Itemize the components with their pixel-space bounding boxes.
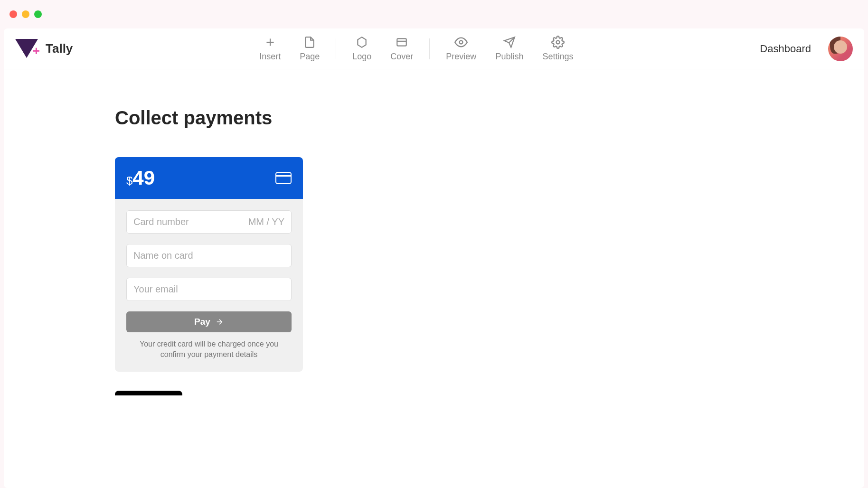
card-number-input[interactable] [127,211,239,233]
publish-button[interactable]: Publish [488,34,531,64]
logo-button[interactable]: Logo [345,34,379,64]
avatar[interactable] [828,37,853,61]
page-title: Collect payments [115,107,753,129]
toolbar-label: Publish [495,52,523,62]
toolbar-label: Logo [352,52,371,62]
cover-icon [395,36,408,49]
main-container: + Tally Insert Page [4,28,864,488]
hexagon-icon [355,36,368,49]
card-name-input[interactable] [126,244,292,267]
credit-card-icon [275,172,292,184]
pay-button-label: Pay [194,317,210,327]
header: + Tally Insert Page [4,28,864,69]
payment-card: $ 49 Pay Y [115,157,303,372]
gear-icon [551,36,565,49]
email-input[interactable] [126,278,292,301]
toolbar-label: Insert [259,52,281,62]
minimize-window-button[interactable] [22,10,29,18]
toolbar-label: Settings [542,52,573,62]
svg-point-8 [556,41,559,44]
preview-button[interactable]: Preview [438,34,484,64]
svg-marker-2 [358,37,366,47]
payment-form: Pay Your credit card will be charged onc… [115,199,303,372]
settings-button[interactable]: Settings [535,34,581,64]
price-display: $ 49 [126,167,155,189]
dashboard-link[interactable]: Dashboard [760,43,811,55]
divider [429,38,430,59]
svg-rect-3 [397,38,407,46]
currency-symbol: $ [126,174,132,188]
eye-icon [454,36,468,49]
submit-button[interactable] [115,391,182,395]
card-expiry-input[interactable] [239,211,291,233]
window-controls [0,0,868,28]
price-header: $ 49 [115,157,303,199]
cover-button[interactable]: Cover [383,34,421,64]
close-window-button[interactable] [9,10,17,18]
header-right: Dashboard [760,37,853,61]
toolbar-label: Preview [446,52,476,62]
toolbar: Insert Page Logo [252,34,581,64]
toolbar-label: Cover [390,52,413,62]
page-button[interactable]: Page [292,34,327,64]
payment-disclaimer: Your credit card will be charged once yo… [126,339,292,360]
logo-icon: + [15,39,38,59]
send-icon [503,36,516,49]
logo-section[interactable]: + Tally [15,39,73,59]
toolbar-label: Page [300,52,320,62]
svg-point-5 [460,41,463,44]
content: Collect payments $ 49 [4,69,864,433]
price-amount: 49 [132,167,155,189]
page-icon [303,36,316,49]
divider [336,38,336,59]
insert-button[interactable]: Insert [252,34,288,64]
arrow-right-icon [215,318,224,326]
brand-name: Tally [46,41,73,56]
maximize-window-button[interactable] [34,10,42,18]
plus-icon [264,36,277,49]
pay-button[interactable]: Pay [126,311,292,332]
card-number-row [126,210,292,234]
